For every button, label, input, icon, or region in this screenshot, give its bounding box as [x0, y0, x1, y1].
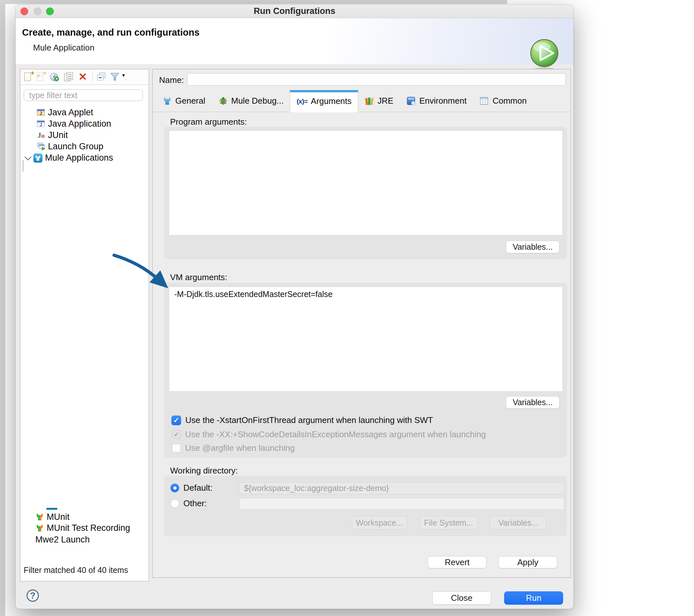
tab-common[interactable]: Common	[473, 90, 533, 112]
apply-button[interactable]: Apply	[498, 556, 557, 568]
background-edge-left	[0, 0, 5, 616]
run-button[interactable]: Run	[504, 591, 563, 605]
disabled-checked-checkbox-icon: ✓	[172, 430, 181, 439]
name-input[interactable]	[187, 73, 566, 86]
tab-mule-debug[interactable]: Mule Debug...	[212, 90, 290, 112]
radio-unselected-icon[interactable]	[170, 499, 179, 508]
vm-variables-button[interactable]: Variables...	[506, 396, 560, 409]
program-arguments-label: Program arguments:	[170, 117, 247, 127]
vm-arguments-label: VM arguments:	[170, 273, 227, 282]
filter-input[interactable]	[24, 89, 143, 101]
tab-bar: General Mule Debug... (x)= Arguments	[156, 90, 533, 112]
launch-group-icon	[37, 142, 45, 151]
other-directory-field[interactable]	[239, 498, 564, 510]
program-variables-button[interactable]: Variables...	[506, 241, 560, 253]
filter-menu-caret-icon[interactable]: ▾	[122, 72, 128, 82]
tab-general[interactable]: General	[156, 90, 212, 112]
tabstrip-border	[152, 112, 570, 112]
java-application-icon: J	[37, 119, 45, 128]
question-mark-icon: ?	[30, 591, 36, 601]
checkbox-show-code-details: ✓ Use the -XX:+ShowCodeDetailsInExceptio…	[172, 429, 486, 440]
environment-icon	[406, 96, 416, 106]
working-directory-group: Default: ${workspace_loc:aggregator-size…	[164, 476, 567, 536]
working-directory-label: Working directory:	[170, 466, 238, 476]
configuration-editor-panel: Name: General Mule Debug...	[152, 69, 571, 578]
bug-icon	[218, 96, 228, 106]
wd-variables-button: Variables...	[490, 516, 546, 529]
tab-arguments[interactable]: (x)= Arguments	[290, 90, 358, 112]
minimize-window-button[interactable]	[34, 7, 41, 15]
munit-icon	[35, 524, 44, 533]
tree-item-munit[interactable]: MUnit	[20, 511, 149, 523]
tree-item-junit[interactable]: Ju JUnit	[20, 130, 149, 141]
filter-icon[interactable]	[110, 72, 120, 82]
program-arguments-group: Variables...	[164, 127, 567, 259]
help-button[interactable]: ?	[26, 590, 39, 602]
configurations-sidebar: ✦ P✦ ✕ ▾	[20, 69, 149, 581]
close-button[interactable]: Close	[432, 591, 491, 605]
collapse-all-icon[interactable]	[97, 72, 107, 82]
zoom-window-button[interactable]	[46, 7, 54, 15]
other-radio-row[interactable]: Other:	[170, 499, 207, 508]
vm-arguments-group: -M-Djdk.tls.useExtendedMasterSecret=fals…	[164, 283, 567, 458]
jre-books-icon	[365, 96, 374, 106]
mule-icon	[33, 153, 42, 163]
default-directory-field: ${workspace_loc:aggregator-size-demo}	[239, 482, 564, 494]
star-badge: ✦	[30, 70, 35, 77]
radio-selected-icon[interactable]	[170, 484, 179, 492]
sidebar-toolbar: ✦ P✦ ✕ ▾	[20, 69, 149, 85]
run-configurations-dialog: Run Configurations Create, manage, and r…	[16, 4, 573, 609]
duplicate-launch-configuration-icon[interactable]	[64, 72, 74, 82]
delete-launch-configuration-icon[interactable]: ✕	[78, 72, 88, 82]
filter-status-text: Filter matched 40 of 40 items	[24, 565, 128, 575]
chevron-down-icon[interactable]	[25, 153, 32, 160]
vm-arguments-textarea[interactable]: -M-Djdk.tls.useExtendedMasterSecret=fals…	[169, 287, 563, 392]
name-label: Name:	[159, 75, 184, 85]
checked-checkbox-icon[interactable]: ✓	[171, 415, 181, 425]
header-subtitle: Mule Application	[33, 43, 94, 53]
new-launch-configuration-icon[interactable]: ✦	[23, 72, 34, 82]
export-launch-configurations-icon[interactable]	[50, 72, 60, 82]
table-icon	[479, 96, 489, 106]
toolbar-separator	[92, 72, 93, 82]
munit-icon	[35, 513, 44, 521]
tree-scrollbar-thumb[interactable]	[22, 160, 24, 172]
junit-icon: Ju	[37, 131, 45, 139]
tab-jre[interactable]: JRE	[358, 90, 400, 112]
tab-environment[interactable]: Environment	[400, 90, 473, 112]
checkbox-use-argfile: Use @argfile when launching	[172, 443, 295, 453]
background-edge-top	[0, 0, 507, 4]
title-bar[interactable]: Run Configurations	[16, 4, 573, 18]
tree-item-mwe2-launch[interactable]: Mwe2 Launch	[20, 534, 149, 545]
new-prototype-icon[interactable]: P✦	[36, 72, 46, 82]
run-banner-icon	[529, 38, 560, 72]
close-window-button[interactable]	[20, 7, 28, 15]
revert-button[interactable]: Revert	[428, 556, 487, 568]
checkbox-xstart-on-first-thread[interactable]: ✓ Use the -XstartOnFirstThread argument …	[171, 415, 433, 425]
program-arguments-textarea[interactable]	[169, 131, 563, 236]
tree-item-java-applet[interactable]: J Java Applet	[20, 107, 149, 118]
tree-item-munit-test-recording[interactable]: MUnit Test Recording	[20, 522, 149, 534]
java-applet-icon: J	[37, 108, 45, 117]
window-title: Run Configurations	[16, 4, 573, 18]
file-system-button: File System...	[420, 516, 477, 529]
tree-item-mule-applications[interactable]: Mule Applications	[20, 152, 149, 164]
mule-icon	[162, 96, 172, 106]
arguments-icon: (x)=	[296, 97, 308, 105]
tree-item-java-application[interactable]: J Java Application	[20, 118, 149, 130]
header-title: Create, manage, and run configurations	[22, 27, 200, 38]
dialog-header: Create, manage, and run configurations M…	[16, 18, 573, 64]
tree-item-launch-group[interactable]: Launch Group	[20, 141, 149, 152]
selection-marker	[46, 508, 57, 510]
disabled-unchecked-checkbox-icon	[172, 444, 181, 452]
workspace-button: Workspace...	[352, 516, 407, 529]
default-radio-row[interactable]: Default:	[170, 483, 213, 493]
